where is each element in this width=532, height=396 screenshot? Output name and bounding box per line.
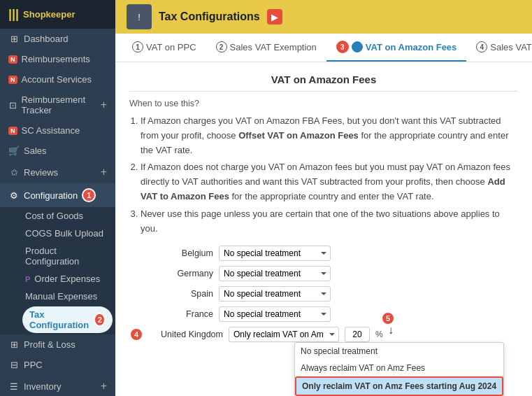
n-badge: N: [8, 76, 17, 84]
config-sub-menu: Cost of Goods COGS Bulk Upload Product C…: [0, 207, 115, 334]
country-label-spain: Spain: [129, 289, 213, 299]
config-icon: ⚙: [8, 190, 20, 201]
country-row-france: France No special treatment: [129, 306, 518, 322]
sidebar-item-label: Product Configuration: [25, 246, 110, 267]
logo-bars-icon: |||: [8, 7, 19, 22]
annotation-5: 5: [381, 311, 395, 325]
instruction-2: If Amazon does not charge you VAT on Ama…: [141, 160, 518, 204]
inventory-icon: ☰: [8, 381, 20, 392]
sidebar-item-label: Profit & Loss: [24, 339, 76, 350]
sidebar-item-tax-configuration[interactable]: Tax Configuration 2: [22, 306, 113, 333]
country-row-spain: Spain No special treatment: [129, 286, 518, 302]
tab-sales-vat-exemption[interactable]: 2 Sales VAT Exemption: [206, 34, 326, 61]
tab-sales-vat-deduction[interactable]: 4 Sales VAT Deduction: [466, 34, 532, 61]
instruction-1: If Amazon charges you VAT on Amazon FBA …: [141, 114, 518, 157]
sidebar-item-label: Manual Expenses: [25, 291, 97, 302]
tab-bar: 1 VAT on PPC 2 Sales VAT Exemption 3 VAT…: [115, 34, 532, 62]
sidebar-item-label: PPC: [24, 360, 43, 370]
sales-icon: 🛒: [8, 146, 20, 156]
sidebar-item-dashboard[interactable]: ⊞ Dashboard: [0, 29, 115, 49]
country-row-germany: Germany No special treatment: [129, 266, 518, 281]
tab-num-1: 1: [132, 41, 143, 52]
country-row-uk: 4 United Kingdom Only reclaim VAT on Am …: [129, 327, 518, 342]
country-select-germany[interactable]: No special treatment: [219, 266, 331, 281]
play-button[interactable]: ▶: [267, 9, 282, 24]
tracker-icon: ⊡: [8, 100, 17, 111]
sidebar: ||| Shopkeeper ⊞ Dashboard N Reimburseme…: [0, 0, 115, 396]
uk-dropdown: No special treatment Always reclaim VAT …: [294, 342, 504, 396]
tab-label: VAT on PPC: [146, 42, 196, 52]
expand-icon: +: [101, 166, 107, 178]
topbar: ! Tax Configurations ▶: [115, 0, 532, 34]
sidebar-item-product-configuration[interactable]: Product Configuration: [20, 242, 115, 270]
play-icon: ▶: [271, 12, 278, 22]
main-area: ! Tax Configurations ▶ 1 VAT on PPC 2 Sa…: [115, 0, 532, 396]
sidebar-item-reimbursements[interactable]: N Reimbursements: [0, 49, 115, 69]
expand-icon: +: [101, 99, 107, 111]
sidebar-item-ppc[interactable]: ⊟ PPC: [0, 355, 115, 375]
tab-label: VAT on Amazon Fees: [366, 42, 457, 52]
sidebar-item-cost-of-goods[interactable]: Cost of Goods: [20, 207, 115, 225]
sidebar-item-label: Inventory: [24, 381, 61, 392]
warning-icon: !: [138, 12, 141, 22]
sidebar-item-label: Configuration: [24, 190, 78, 201]
n-badge: N: [8, 55, 17, 64]
order-expenses-badge: P: [25, 275, 30, 283]
country-select-belgium[interactable]: No special treatment: [219, 246, 331, 261]
sidebar-item-cogs-bulk-upload[interactable]: COGS Bulk Upload: [20, 225, 115, 242]
tab-label: Sales VAT Deduction: [490, 42, 532, 52]
country-select-uk[interactable]: Only reclaim VAT on Am: [229, 327, 339, 342]
sidebar-item-label: SC Assistance: [22, 125, 80, 136]
page-title: Tax Configurations: [159, 10, 260, 23]
vat-percent-input[interactable]: [345, 327, 370, 342]
sidebar-item-label: COGS Bulk Upload: [25, 228, 103, 239]
sidebar-item-reviews[interactable]: ✩ Reviews +: [0, 161, 115, 183]
sidebar-item-account-services[interactable]: N Account Services: [0, 69, 115, 90]
dropdown-option-no-special[interactable]: No special treatment: [295, 343, 503, 360]
sidebar-item-label: Reimbursements: [22, 54, 90, 64]
tab-vat-on-amazon-fees[interactable]: 3 VAT on Amazon Fees: [326, 34, 467, 62]
sidebar-item-order-expenses[interactable]: P Order Expenses: [20, 270, 115, 288]
country-select-spain[interactable]: No special treatment: [219, 286, 331, 302]
sidebar-item-label: Cost of Goods: [25, 211, 83, 221]
instructions: If Amazon charges you VAT on Amazon FBA …: [129, 114, 518, 236]
country-label-france: France: [129, 309, 213, 319]
logo-text: Shopkeeper: [23, 9, 75, 20]
annotation-3: 3: [336, 41, 349, 53]
sidebar-item-sc-assistance[interactable]: N SC Assistance: [0, 120, 115, 141]
dashboard-icon: ⊞: [8, 34, 20, 44]
annotation-2: 2: [94, 313, 106, 327]
sidebar-item-sales[interactable]: 🛒 Sales: [0, 141, 115, 161]
sidebar-item-label: Reimbursement Tracker: [21, 94, 96, 115]
dropdown-option-always-reclaim[interactable]: Always reclaim VAT on Amz Fees: [295, 360, 503, 376]
tab-num-4: 4: [476, 41, 487, 52]
country-rows: Belgium No special treatment Germany No …: [129, 246, 518, 396]
country-select-france[interactable]: No special treatment: [219, 306, 331, 322]
sidebar-item-label: Tax Configuration: [29, 309, 89, 330]
sidebar-item-reimbursement-tracker[interactable]: ⊡ Reimbursement Tracker +: [0, 90, 115, 120]
tab-label: Sales VAT Exemption: [230, 42, 317, 52]
sidebar-item-inventory[interactable]: ☰ Inventory +: [0, 375, 115, 396]
profit-icon: ⊞: [8, 339, 20, 350]
dropdown-option-only-reclaim[interactable]: Only reclaim VAT on Amz Fees starting Au…: [295, 376, 503, 396]
sidebar-item-label: Order Expenses: [34, 274, 100, 284]
country-row-belgium: Belgium No special treatment: [129, 246, 518, 261]
sidebar-item-configuration[interactable]: ⚙ Configuration 1: [0, 183, 115, 207]
expand-icon: +: [101, 380, 107, 393]
sidebar-item-label: Reviews: [24, 167, 58, 178]
tab-vat-on-ppc[interactable]: 1 VAT on PPC: [122, 34, 206, 61]
annotation-4: 4: [129, 327, 143, 341]
sidebar-item-label: Dashboard: [24, 34, 69, 44]
content-area: VAT on Amazon Fees When to use this? If …: [115, 62, 532, 396]
tab-num-2: 2: [216, 41, 227, 52]
sidebar-item-manual-expenses[interactable]: Manual Expenses: [20, 288, 115, 305]
n-badge: N: [8, 127, 17, 135]
sidebar-item-profit-loss[interactable]: ⊞ Profit & Loss: [0, 334, 115, 355]
sidebar-item-label: Account Services: [22, 74, 92, 85]
tab-num-3: [352, 41, 363, 52]
annotation-1: 1: [82, 188, 96, 202]
arrow-down-icon: ↓: [388, 324, 394, 337]
country-label-belgium: Belgium: [129, 248, 213, 258]
reviews-icon: ✩: [8, 167, 20, 178]
country-label-uk: United Kingdom: [153, 330, 223, 339]
